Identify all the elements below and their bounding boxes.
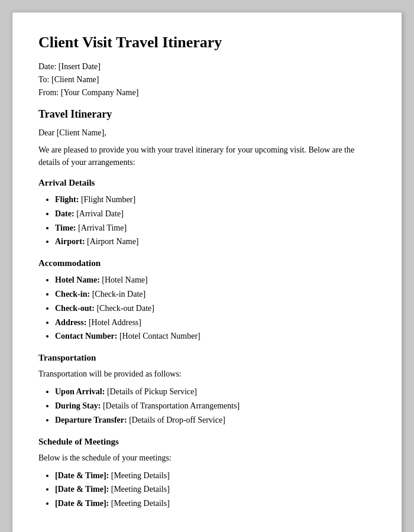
accommodation-list: Hotel Name: [Hotel Name] Check-in: [Chec… bbox=[55, 273, 376, 343]
upon-arrival-label: Upon Arrival: bbox=[55, 387, 105, 396]
meeting-1-label: [Date & Time]: bbox=[55, 471, 109, 480]
address-value: [Hotel Address] bbox=[89, 318, 141, 327]
date-label: Date: bbox=[38, 62, 56, 71]
list-item: Departure Transfer: [Details of Drop-off… bbox=[55, 413, 376, 427]
arrival-heading: Arrival Details bbox=[38, 178, 376, 188]
arrival-time-value: [Arrival Time] bbox=[78, 223, 127, 232]
meta-to: To: [Client Name] bbox=[38, 75, 376, 85]
from-value: [Your Company Name] bbox=[61, 88, 139, 97]
checkin-label: Check-in: bbox=[55, 290, 90, 299]
meeting-2-label: [Date & Time]: bbox=[55, 485, 109, 494]
arrival-list: Flight: [Flight Number] Date: [Arrival D… bbox=[55, 193, 376, 249]
meeting-3-label: [Date & Time]: bbox=[55, 499, 109, 508]
hotel-name-value: [Hotel Name] bbox=[102, 275, 147, 284]
arrival-flight-label: Flight: bbox=[55, 195, 79, 204]
during-stay-label: During Stay: bbox=[55, 401, 101, 410]
list-item: Hotel Name: [Hotel Name] bbox=[55, 273, 376, 287]
arrival-time-label: Time: bbox=[55, 223, 76, 232]
during-stay-value: [Details of Transportation Arrangements] bbox=[103, 401, 240, 410]
list-item: Upon Arrival: [Details of Pickup Service… bbox=[55, 385, 376, 399]
arrival-date-label: Date: bbox=[55, 209, 75, 218]
meeting-1-value: [Meeting Details] bbox=[111, 471, 170, 480]
address-label: Address: bbox=[55, 318, 86, 327]
list-item: [Date & Time]: [Meeting Details] bbox=[55, 482, 376, 497]
from-label: From: bbox=[38, 88, 59, 97]
list-item: During Stay: [Details of Transportation … bbox=[55, 399, 376, 413]
list-item: Date: [Arrival Date] bbox=[55, 207, 376, 221]
list-item: Time: [Arrival Time] bbox=[55, 221, 376, 235]
accommodation-heading: Accommodation bbox=[38, 258, 376, 268]
hotel-name-label: Hotel Name: bbox=[55, 275, 100, 284]
to-value: [Client Name] bbox=[51, 75, 99, 84]
date-value: [Insert Date] bbox=[59, 62, 101, 71]
list-item: Flight: [Flight Number] bbox=[55, 193, 376, 207]
intro-text: We are pleased to provide you with your … bbox=[38, 144, 376, 168]
checkout-label: Check-out: bbox=[55, 304, 95, 313]
upon-arrival-value: [Details of Pickup Service] bbox=[107, 387, 197, 396]
meeting-3-value: [Meeting Details] bbox=[111, 499, 170, 508]
meeting-2-value: [Meeting Details] bbox=[111, 485, 170, 494]
schedule-heading: Schedule of Meetings bbox=[38, 437, 376, 447]
travel-itinerary-heading: Travel Itinerary bbox=[38, 108, 376, 121]
transportation-list: Upon Arrival: [Details of Pickup Service… bbox=[55, 385, 376, 427]
schedule-intro: Below is the schedule of your meetings: bbox=[38, 452, 376, 464]
list-item: Contact Number: [Hotel Contact Number] bbox=[55, 329, 376, 343]
arrival-date-value: [Arrival Date] bbox=[76, 209, 124, 218]
list-item: Check-in: [Check-in Date] bbox=[55, 287, 376, 301]
departure-transfer-value: [Details of Drop-off Service] bbox=[129, 416, 225, 424]
list-item: Address: [Hotel Address] bbox=[55, 316, 376, 330]
transportation-intro: Transportation will be provided as follo… bbox=[38, 368, 376, 380]
arrival-airport-value: [Airport Name] bbox=[87, 237, 138, 246]
arrival-flight-value: [Flight Number] bbox=[81, 195, 135, 204]
contact-value: [Hotel Contact Number] bbox=[119, 332, 200, 340]
transportation-heading: Transportation bbox=[38, 353, 376, 363]
list-item: Airport: [Airport Name] bbox=[55, 235, 376, 249]
to-label: To: bbox=[38, 75, 49, 84]
meta-date: Date: [Insert Date] bbox=[38, 62, 376, 72]
document-title: Client Visit Travel Itinerary bbox=[38, 34, 376, 51]
meta-from: From: [Your Company Name] bbox=[38, 88, 376, 98]
arrival-airport-label: Airport: bbox=[55, 237, 85, 246]
list-item: Check-out: [Check-out Date] bbox=[55, 301, 376, 316]
checkout-value: [Check-out Date] bbox=[96, 304, 154, 313]
list-item: [Date & Time]: [Meeting Details] bbox=[55, 497, 376, 511]
departure-transfer-label: Departure Transfer: bbox=[55, 416, 127, 424]
list-item: [Date & Time]: [Meeting Details] bbox=[55, 469, 376, 483]
salutation: Dear [Client Name], bbox=[38, 126, 376, 139]
document-page: Client Visit Travel Itinerary Date: [Ins… bbox=[12, 12, 402, 532]
checkin-value: [Check-in Date] bbox=[92, 290, 146, 299]
contact-label: Contact Number: bbox=[55, 332, 117, 340]
schedule-list: [Date & Time]: [Meeting Details] [Date &… bbox=[55, 469, 376, 511]
